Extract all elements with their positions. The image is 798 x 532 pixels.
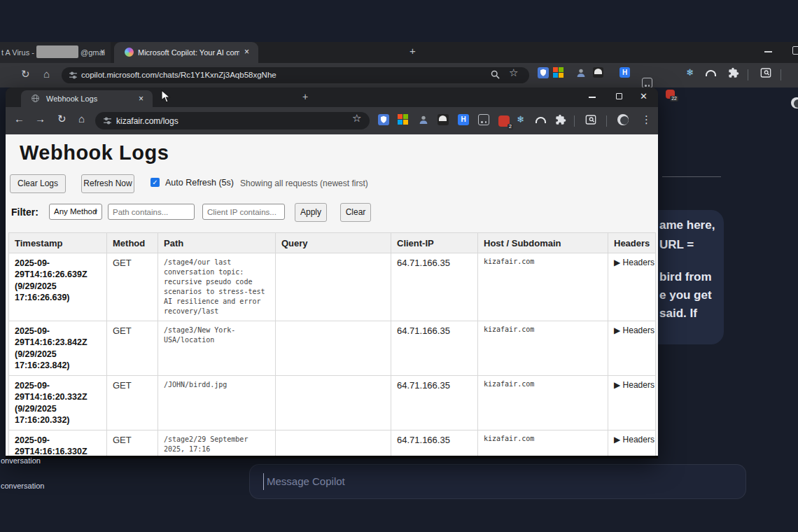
cell-host: kizafair.com [478, 430, 608, 456]
copilot-bubble-text: ame here, [659, 218, 715, 232]
path-filter-input[interactable] [108, 204, 194, 219]
clear-filter-button[interactable]: Clear [340, 203, 371, 222]
cell-method: GET [107, 430, 158, 456]
snowflake-extension-icon[interactable]: ❄ [686, 67, 697, 78]
webhook-logs-page: Webhook Logs Clear Logs Refresh Now ✓ Au… [6, 134, 658, 456]
profile-avatar[interactable] [791, 97, 798, 108]
close-tab-icon[interactable]: × [139, 94, 144, 104]
cell-query [276, 376, 391, 430]
cell-client-ip: 64.71.166.35 [391, 376, 478, 430]
tab-email[interactable]: t A Virus - @gmai × [0, 42, 111, 63]
cell-client-ip: 64.71.166.35 [391, 321, 478, 376]
address-bar[interactable]: copilot.microsoft.com/chats/Rc1Y1KxnZj3A… [62, 67, 529, 83]
apply-button[interactable]: Apply [295, 203, 327, 222]
table-row: 2025-09-29T14:16:20.332Z (9/29/2025 17:1… [9, 376, 656, 430]
robot-extension-icon[interactable] [478, 114, 489, 125]
address-bar[interactable]: kizafair.com/logs [95, 112, 370, 130]
copilot-bubble-text: e you get [659, 288, 712, 302]
microsoft-extension-icon[interactable] [553, 67, 564, 78]
headers-toggle[interactable]: ▶ Headers [608, 430, 656, 456]
copilot-bubble-text: said. If [659, 307, 697, 321]
microsoft-extension-icon[interactable] [398, 114, 409, 125]
col-headers: Headers [608, 233, 656, 253]
extensions-puzzle-icon[interactable] [555, 114, 566, 125]
composer-placeholder: Message Copilot [267, 475, 345, 487]
shield-extension-icon[interactable] [378, 114, 389, 125]
reload-icon[interactable]: ↻ [57, 113, 66, 125]
back-icon[interactable]: ← [14, 113, 24, 125]
headers-toggle[interactable]: ▶ Headers [608, 253, 656, 321]
site-info-icon[interactable] [69, 71, 78, 80]
tab-webhook-logs[interactable]: Webhook Logs × [21, 90, 153, 107]
tab-copilot[interactable]: Microsoft Copilot: Your AI com × [114, 42, 258, 63]
mouse-cursor [161, 90, 172, 104]
url-text: copilot.microsoft.com/chats/Rc1Y1KxnZj3A… [81, 71, 276, 79]
chevron-down-icon: ∨ [93, 204, 98, 219]
red-extension-icon[interactable]: 22 [666, 90, 675, 99]
new-tab-button[interactable]: + [302, 91, 308, 102]
webhook-logs-window: Webhook Logs × + ✕ ← → ↻ ⌂ kizafair.com/… [6, 88, 658, 458]
maximize-window-icon[interactable] [792, 46, 798, 55]
new-tab-button[interactable]: + [410, 45, 416, 57]
side-panel-search-icon[interactable] [585, 114, 596, 125]
h-extension-icon[interactable]: H [458, 114, 469, 125]
method-select[interactable]: Any Method ∨ [49, 204, 102, 220]
method-select-value: Any Method [54, 207, 97, 216]
person-extension-icon[interactable] [418, 114, 429, 125]
headers-toggle[interactable]: ▶ Headers [608, 321, 656, 376]
home-icon[interactable]: ⌂ [43, 68, 50, 80]
arc-extension-icon[interactable] [536, 114, 547, 125]
shield-extension-icon[interactable] [538, 67, 549, 78]
table-row: 2025-09-29T14:16:16.330Z (9/29/2025 17:1… [9, 430, 656, 456]
toolbar-separator [748, 69, 748, 80]
close-tab-icon[interactable]: × [100, 47, 105, 57]
h-extension-icon[interactable]: H [620, 67, 630, 78]
minimize-window-icon[interactable] [764, 51, 772, 52]
headers-toggle[interactable]: ▶ Headers [608, 376, 656, 430]
close-window-icon[interactable]: ✕ [640, 91, 648, 102]
helmet-extension-icon[interactable] [593, 67, 603, 78]
home-icon[interactable]: ⌂ [78, 113, 85, 125]
zoom-icon[interactable] [490, 69, 500, 80]
cell-path: /JOHN/birdd.jpg [158, 376, 276, 430]
snowflake-extension-icon[interactable]: ❄ [517, 114, 528, 125]
close-tab-icon[interactable]: × [244, 47, 249, 57]
maximize-window-icon[interactable] [616, 93, 622, 99]
copilot-sidebar-item[interactable]: onversation [1, 456, 41, 465]
table-row: 2025-09-29T14:16:23.842Z (9/29/2025 17:1… [9, 321, 656, 376]
bookmark-star-icon[interactable]: ☆ [509, 66, 518, 79]
bookmark-star-icon[interactable]: ☆ [352, 112, 361, 125]
cell-host: kizafair.com [478, 376, 608, 430]
copilot-bubble-text: URL = [659, 238, 694, 252]
globe-icon [31, 94, 40, 103]
copilot-sidebar-item[interactable]: conversation [1, 482, 44, 490]
refresh-now-button[interactable]: Refresh Now [81, 174, 134, 193]
copilot-logo-icon [125, 48, 134, 57]
cell-path: /stage3/New York-USA/location [158, 321, 276, 376]
minimize-window-icon[interactable] [589, 97, 596, 98]
filter-label: Filter: [11, 206, 38, 218]
helmet-extension-icon[interactable] [438, 114, 449, 125]
red-extension-icon[interactable]: 2 [498, 115, 510, 127]
robot-extension-icon[interactable] [642, 78, 652, 88]
url-text: kizafair.com/logs [116, 116, 178, 126]
auto-refresh-checkbox[interactable]: ✓ [150, 178, 160, 187]
reload-icon[interactable]: ↻ [21, 68, 30, 80]
side-panel-search-icon[interactable] [760, 67, 771, 78]
arc-extension-icon[interactable] [706, 67, 717, 78]
menu-dots-icon[interactable]: ⋮ [641, 113, 652, 126]
cell-query [276, 321, 391, 376]
copilot-message-input[interactable]: Message Copilot [249, 464, 746, 499]
site-info-icon[interactable] [103, 116, 112, 125]
cell-timestamp: 2025-09-29T14:16:23.842Z (9/29/2025 17:1… [9, 321, 107, 376]
clear-logs-button[interactable]: Clear Logs [10, 174, 66, 193]
cell-host: kizafair.com [478, 253, 608, 321]
forward-icon[interactable]: → [35, 113, 46, 125]
profile-avatar[interactable] [617, 114, 629, 125]
text-caret [263, 473, 264, 490]
col-timestamp: Timestamp [9, 233, 107, 253]
webhook-logs-table: Timestamp Method Path Query Client-IP Ho… [8, 232, 656, 456]
extensions-puzzle-icon[interactable] [728, 67, 739, 78]
ip-filter-input[interactable] [203, 204, 284, 219]
person-extension-icon[interactable] [575, 67, 587, 78]
